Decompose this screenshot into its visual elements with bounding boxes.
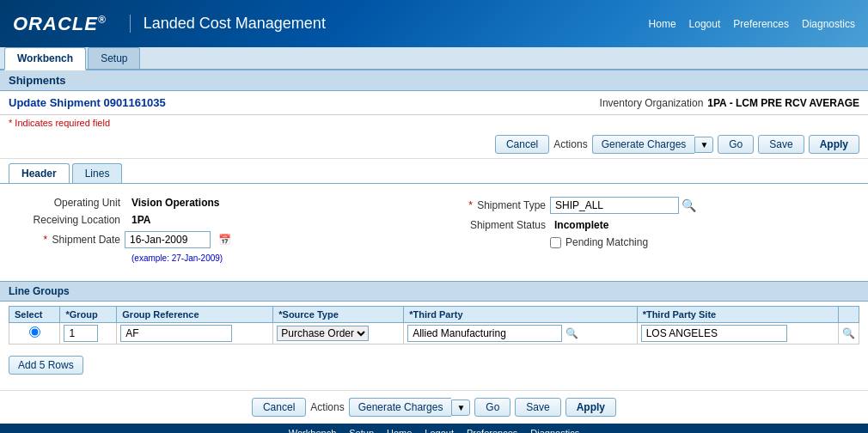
oracle-logo-group: ORACLE® Landed Cost Management bbox=[13, 13, 326, 35]
table-row: Purchase Order Intercompany 🔍 🔍 bbox=[9, 323, 859, 345]
col-third-party-site: *Third Party Site bbox=[637, 307, 838, 323]
shipment-date-label: * Shipment Date bbox=[17, 234, 120, 246]
receiving-location-value: 1PA bbox=[131, 214, 150, 226]
col-group-reference: Group Reference bbox=[117, 307, 273, 323]
nav-preferences[interactable]: Preferences bbox=[733, 18, 789, 30]
footer-preferences[interactable]: Preferences bbox=[467, 428, 517, 433]
operating-unit-label: Operating Unit bbox=[17, 197, 120, 209]
bottom-save-button[interactable]: Save bbox=[515, 398, 560, 417]
source-type-select[interactable]: Purchase Order Intercompany bbox=[277, 326, 369, 341]
oracle-text: ORACLE® bbox=[13, 13, 107, 34]
form-left: Operating Unit Vision Operations Receivi… bbox=[17, 197, 417, 268]
col-third-party: *Third Party bbox=[404, 307, 637, 323]
group-input[interactable] bbox=[64, 325, 98, 342]
date-example-row: (example: 27-Jan-2009) bbox=[17, 253, 417, 263]
footer-setup[interactable]: Setup bbox=[349, 428, 374, 433]
header-form-section: Operating Unit Vision Operations Receivi… bbox=[0, 184, 868, 281]
bottom-generate-charges-button[interactable]: Generate Charges bbox=[349, 398, 452, 417]
inventory-org-group: Inventory Organization 1PA - LCM PRE RCV… bbox=[600, 97, 859, 109]
required-notice: * Indicates required field bbox=[0, 115, 868, 131]
inventory-org-value: 1PA - LCM PRE RCV AVERAGE bbox=[707, 97, 859, 109]
shipment-type-search-icon[interactable]: 🔍 bbox=[682, 198, 696, 212]
bottom-cancel-button[interactable]: Cancel bbox=[252, 398, 306, 417]
footer-home[interactable]: Home bbox=[387, 428, 412, 433]
third-party-site-search-icon[interactable]: 🔍 bbox=[842, 327, 855, 339]
top-generate-charges-button[interactable]: Generate Charges bbox=[592, 135, 695, 154]
form-right: * Shipment Type 🔍 Shipment Status Incomp… bbox=[451, 197, 851, 268]
add-rows-button[interactable]: Add 5 Rows bbox=[9, 356, 83, 375]
operating-unit-row: Operating Unit Vision Operations bbox=[17, 197, 417, 209]
receiving-location-label: Receiving Location bbox=[17, 214, 120, 226]
calendar-icon[interactable]: 📅 bbox=[218, 234, 231, 246]
third-party-site-input[interactable] bbox=[641, 325, 787, 342]
third-party-input[interactable] bbox=[407, 325, 562, 342]
app-title: Landed Cost Management bbox=[130, 15, 326, 33]
line-groups-header: Line Groups bbox=[0, 281, 868, 302]
operating-unit-value: Vision Operations bbox=[131, 197, 219, 209]
line-groups-table-wrapper: Select *Group Group Reference *Source Ty… bbox=[0, 302, 868, 349]
tab-header[interactable]: Header bbox=[9, 163, 70, 183]
top-generate-charges-arrow[interactable]: ▼ bbox=[694, 137, 713, 153]
group-reference-input[interactable] bbox=[120, 325, 232, 342]
line-groups-table: Select *Group Group Reference *Source Ty… bbox=[9, 306, 859, 345]
top-header: ORACLE® Landed Cost Management Home Logo… bbox=[0, 0, 868, 47]
footer-diagnostics[interactable]: Diagnostics bbox=[530, 428, 579, 433]
top-action-bar: Cancel Actions Generate Charges ▼ Go Sav… bbox=[0, 131, 868, 159]
col-source-type: *Source Type bbox=[273, 307, 404, 323]
footer-navigation: Workbench Setup Home Logout Preferences … bbox=[0, 424, 868, 433]
form-main: Operating Unit Vision Operations Receivi… bbox=[17, 197, 851, 268]
main-tab-bar: Workbench Setup bbox=[0, 47, 868, 70]
oracle-logo: ORACLE® bbox=[13, 13, 107, 35]
tab-workbench[interactable]: Workbench bbox=[4, 47, 86, 70]
shipment-type-row: * Shipment Type 🔍 bbox=[451, 197, 851, 214]
table-header-row: Select *Group Group Reference *Source Ty… bbox=[9, 307, 859, 323]
shipment-status-label: Shipment Status bbox=[451, 219, 546, 231]
shipment-title-bar: Update Shipment 0901161035 Inventory Org… bbox=[0, 91, 868, 115]
footer-workbench[interactable]: Workbench bbox=[289, 428, 336, 433]
shipment-status-value: Incomplete bbox=[554, 219, 608, 231]
sub-tab-bar: Header Lines bbox=[0, 159, 868, 184]
row-group-reference-cell bbox=[117, 323, 273, 345]
bottom-apply-button[interactable]: Apply bbox=[565, 398, 616, 417]
shipment-type-input[interactable] bbox=[550, 197, 679, 214]
third-party-search-icon[interactable]: 🔍 bbox=[565, 327, 578, 339]
bottom-generate-charges-dropdown[interactable]: Generate Charges ▼ bbox=[349, 398, 471, 417]
bottom-go-button[interactable]: Go bbox=[474, 398, 510, 417]
shipments-section-header: Shipments bbox=[0, 70, 868, 91]
tab-setup[interactable]: Setup bbox=[88, 47, 140, 69]
top-actions-label: Actions bbox=[553, 138, 587, 150]
top-cancel-button[interactable]: Cancel bbox=[495, 135, 549, 154]
top-generate-charges-dropdown[interactable]: Generate Charges ▼ bbox=[592, 135, 714, 154]
shipment-title: Update Shipment 0901161035 bbox=[9, 96, 166, 109]
nav-logout[interactable]: Logout bbox=[689, 18, 721, 30]
row-select-cell bbox=[9, 323, 60, 345]
bottom-actions-label: Actions bbox=[310, 401, 344, 413]
top-save-button[interactable]: Save bbox=[758, 135, 804, 154]
bottom-generate-charges-arrow[interactable]: ▼ bbox=[451, 399, 470, 416]
col-select: Select bbox=[9, 307, 60, 323]
top-go-button[interactable]: Go bbox=[718, 135, 754, 154]
nav-diagnostics[interactable]: Diagnostics bbox=[802, 18, 855, 30]
inventory-org-label: Inventory Organization bbox=[600, 97, 704, 109]
shipment-status-row: Shipment Status Incomplete bbox=[451, 219, 851, 231]
bottom-action-bar: Cancel Actions Generate Charges ▼ Go Sav… bbox=[0, 390, 868, 424]
shipment-date-input[interactable] bbox=[125, 231, 211, 248]
content-area: Update Shipment 0901161035 Inventory Org… bbox=[0, 91, 868, 424]
col-group: *Group bbox=[60, 307, 117, 323]
pending-matching-label: Pending Matching bbox=[565, 236, 648, 248]
row-third-party-site-cell bbox=[637, 323, 838, 345]
row-select-radio[interactable] bbox=[29, 326, 40, 338]
col-actions-icon bbox=[839, 307, 859, 323]
nav-home[interactable]: Home bbox=[649, 18, 676, 30]
shipment-date-row: * Shipment Date 📅 bbox=[17, 231, 417, 248]
row-group-cell bbox=[60, 323, 117, 345]
row-third-party-cell: 🔍 bbox=[404, 323, 637, 345]
shipment-type-label: * Shipment Type bbox=[451, 199, 546, 211]
pending-matching-row: Pending Matching bbox=[550, 236, 851, 248]
footer-logout[interactable]: Logout bbox=[425, 428, 454, 433]
date-example: (example: 27-Jan-2009) bbox=[131, 253, 223, 263]
pending-matching-checkbox[interactable] bbox=[550, 237, 561, 248]
top-apply-button[interactable]: Apply bbox=[809, 135, 859, 154]
tab-lines[interactable]: Lines bbox=[72, 163, 123, 183]
receiving-location-row: Receiving Location 1PA bbox=[17, 214, 417, 226]
